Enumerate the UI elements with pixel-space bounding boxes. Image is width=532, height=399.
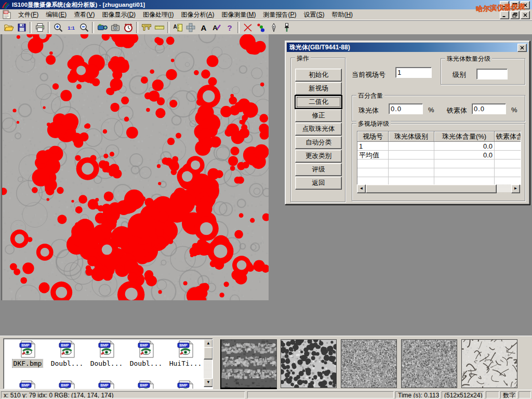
table-row-1[interactable]: 10.0	[357, 142, 521, 151]
metallograph-image[interactable]	[2, 34, 269, 300]
menu-item-6[interactable]: 图像分析(A)	[177, 9, 218, 20]
scroll-left-icon[interactable]: ◄	[357, 184, 366, 193]
table-header-row: 视场号珠光体级别珠光体含量(%)铁素体含量(%)	[357, 131, 521, 142]
child-minimize-icon[interactable]	[500, 11, 509, 19]
scroll-right-icon[interactable]: ►	[511, 184, 520, 193]
thumbnail-2[interactable]	[281, 339, 337, 388]
measure-text-icon[interactable]: A	[171, 21, 184, 34]
thumbnail-3[interactable]	[341, 339, 397, 388]
text-icon[interactable]: A	[197, 21, 210, 34]
menu-item-10[interactable]: 帮助(H)	[328, 9, 356, 20]
table-empty-row[interactable]	[357, 159, 521, 168]
file-item-4[interactable]: BMPDoubl...	[126, 340, 166, 367]
dialog-close-icon[interactable]	[517, 44, 527, 52]
menu-item-7[interactable]: 图像测量(M)	[218, 9, 259, 20]
thumbnail-5[interactable]	[461, 339, 517, 388]
grade-input[interactable]	[476, 69, 508, 79]
file-item-5[interactable]: BMPHuiTi...	[166, 340, 205, 367]
op-button-3[interactable]: 二值化	[295, 96, 342, 109]
video-camera-icon[interactable]	[96, 21, 109, 34]
menu-item-9[interactable]: 设置(S)	[300, 9, 328, 20]
op-button-8[interactable]: 评级	[295, 163, 342, 176]
empty-status-panel2	[486, 391, 499, 398]
dialog-title-bar[interactable]: 珠光体(GB/T9441-88)	[287, 43, 528, 52]
timer-icon[interactable]	[122, 21, 135, 34]
svg-text:1:1: 1:1	[68, 25, 75, 31]
file-item-3[interactable]: BMPDoubl...	[87, 340, 126, 367]
menu-item-1[interactable]: 文件(F)	[15, 9, 42, 20]
thumbnail-1[interactable]	[220, 339, 277, 389]
svg-text:BMP: BMP	[21, 383, 30, 387]
table-horizontal-scrollbar[interactable]: ◄ ►	[357, 184, 520, 192]
menu-item-8[interactable]: 测量报告(P)	[259, 9, 300, 20]
svg-text:A: A	[212, 24, 218, 32]
file-item-row2-4[interactable]: BMP	[126, 380, 166, 389]
help-icon[interactable]: ?	[223, 21, 236, 34]
file-item-row2-2[interactable]: BMP	[47, 380, 87, 389]
classify-icon[interactable]	[254, 21, 267, 34]
curve-tool-icon[interactable]	[241, 21, 254, 34]
operations-group-label: 操作	[295, 54, 311, 63]
camera-icon[interactable]	[109, 21, 122, 34]
window-controls	[500, 1, 530, 9]
table-empty-row[interactable]	[357, 177, 521, 185]
op-button-6[interactable]: 自动分类	[295, 136, 342, 149]
caliper-icon[interactable]	[140, 21, 153, 34]
close-icon[interactable]	[521, 1, 530, 9]
op-button-2[interactable]: 新视场	[295, 82, 342, 95]
op-button-7[interactable]: 更改类别	[295, 150, 342, 163]
toolbar-separator	[167, 22, 169, 33]
file-item-2[interactable]: BMPDoubl...	[47, 340, 87, 367]
op-button-4[interactable]: 修正	[295, 109, 342, 122]
menu-item-3[interactable]: 查看(V)	[70, 9, 98, 20]
pen-icon[interactable]	[267, 21, 280, 34]
ruler-icon[interactable]	[153, 21, 166, 34]
table-empty-row[interactable]	[357, 168, 521, 177]
svg-text:A: A	[173, 24, 177, 30]
empty-status-panel3	[518, 391, 531, 398]
menu-item-4[interactable]: 图像显示(D)	[98, 9, 139, 20]
table-cell	[495, 159, 521, 168]
table-row-2[interactable]: 平均值0.0	[357, 151, 521, 159]
application-window: IS100显微摄像系统(金相分析版) - [zhuguangti01] 哈尔滨仪…	[0, 0, 532, 399]
ferrite-input[interactable]: 0.0	[472, 103, 506, 114]
menu-item-5[interactable]: 图像处理(I)	[139, 9, 177, 20]
annotate-icon[interactable]: A	[210, 21, 223, 34]
minimize-icon[interactable]	[500, 1, 509, 9]
file-item-row2-5[interactable]: BMP	[166, 380, 205, 389]
file-item-row2-1[interactable]: BMP	[8, 380, 47, 389]
pearlite-input[interactable]: 0.0	[389, 103, 423, 114]
child-close-icon[interactable]	[521, 11, 530, 19]
op-button-5[interactable]: 点取珠光体	[295, 123, 342, 136]
print-icon[interactable]	[33, 21, 46, 34]
operations-group: 操作 初始化新视场二值化修正点取珠光体自动分类更改类别评级返回	[290, 58, 345, 202]
op-button-1[interactable]: 初始化	[295, 69, 342, 82]
thumbnail-4[interactable]	[401, 339, 457, 388]
zoom-in-icon[interactable]	[51, 21, 64, 34]
actual-size-icon[interactable]: 1:1	[64, 21, 77, 34]
child-restore-icon[interactable]	[510, 11, 520, 19]
save-icon[interactable]	[15, 21, 28, 34]
maximize-icon[interactable]	[510, 1, 520, 9]
table-cell	[357, 168, 389, 177]
document-icon[interactable]: DOC	[2, 10, 11, 19]
svg-text:BMP: BMP	[179, 383, 188, 387]
file-item-1[interactable]: BMPDKF.bmp	[8, 340, 47, 367]
scrollbar-track[interactable]	[497, 184, 511, 192]
window-title: IS100显微摄像系统(金相分析版) - [zhuguangti01]	[12, 1, 145, 9]
svg-text:BMP: BMP	[61, 383, 69, 387]
current-view-input[interactable]: 1	[395, 67, 432, 78]
file-list[interactable]: ▲ ▼ BMPDKF.bmpBMPBMPDoubl...BMPBMPDoubl.…	[3, 338, 213, 389]
menu-item-2[interactable]: 编辑(E)	[42, 9, 70, 20]
rating-table[interactable]: 视场号珠光体级别珠光体含量(%)铁素体含量(%)10.0平均值0.0	[357, 131, 521, 185]
file-item-row2-3[interactable]: BMP	[87, 380, 126, 389]
op-button-9[interactable]: 返回	[295, 177, 342, 190]
current-view-label: 当前视场号	[352, 70, 385, 79]
grid-merge-icon[interactable]	[184, 21, 197, 34]
table-cell	[357, 177, 389, 185]
open-icon[interactable]	[2, 21, 15, 34]
brush-icon[interactable]	[280, 21, 293, 34]
zoom-out-icon[interactable]	[77, 21, 90, 34]
table-cell	[389, 151, 434, 159]
scrollbar-thumb[interactable]	[366, 184, 497, 193]
